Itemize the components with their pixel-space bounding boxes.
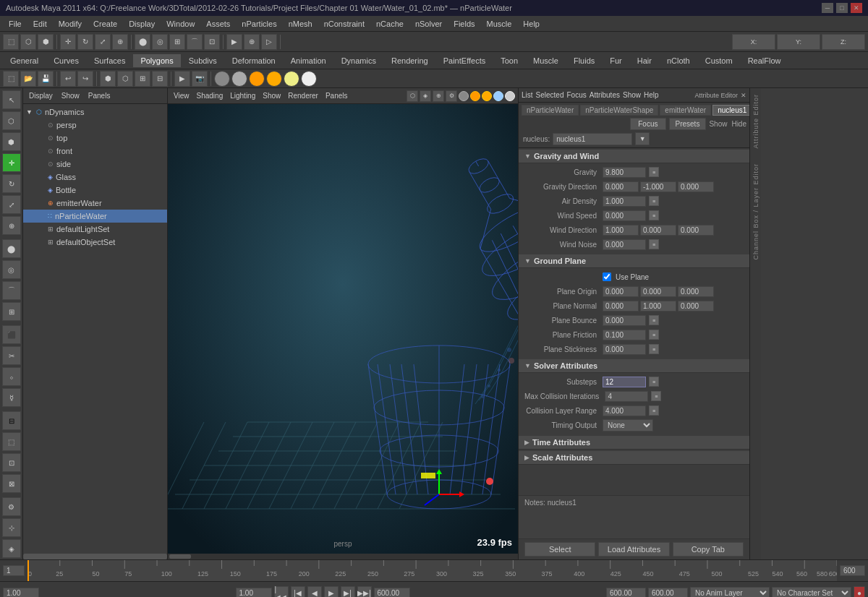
menu-display[interactable]: Display [123, 18, 161, 30]
tb-lasso[interactable]: ⬡ [20, 34, 36, 50]
attr-wind-dir-x[interactable] [603, 225, 639, 236]
tool-bend[interactable]: ⌒ [2, 281, 21, 300]
tb-ipr[interactable]: ⊕ [244, 34, 260, 50]
menu-nsolver[interactable]: nSolver [409, 18, 448, 30]
tb-soft-mod[interactable]: ⬤ [135, 34, 150, 50]
vp-lighting[interactable]: Lighting [227, 91, 258, 100]
tab-polygons[interactable]: Polygons [133, 54, 180, 67]
attr-wind-speed-slider[interactable]: ≡ [649, 210, 659, 220]
attr-tab-nparticlewater[interactable]: nParticleWater [522, 105, 579, 116]
attr-air-density-slider[interactable]: ≡ [649, 196, 659, 206]
attr-use-plane-checkbox[interactable] [603, 272, 611, 281]
tb2-open[interactable]: 📂 [20, 71, 36, 87]
tb2-snapshot[interactable]: 📷 [192, 71, 208, 87]
tb2-select-all[interactable]: ⬢ [100, 71, 116, 87]
tb-paint[interactable]: ⬢ [38, 34, 54, 50]
tab-realflow[interactable]: RealFlow [741, 54, 788, 67]
tb-snap-grid[interactable]: ⊞ [169, 34, 185, 50]
attr-gravity-input[interactable] [603, 167, 646, 178]
attr-gravity-dir-x[interactable] [603, 181, 639, 192]
tool-select-arrow[interactable]: ↖ [2, 90, 21, 109]
menu-fields[interactable]: Fields [448, 18, 480, 30]
section-gravity-wind[interactable]: ▼ Gravity and Wind [519, 150, 749, 163]
section-time-attributes[interactable]: ▶ Time Attributes [519, 436, 749, 450]
tb2-mat4[interactable] [266, 71, 282, 87]
tab-subdivs[interactable]: Subdivs [182, 54, 224, 67]
tool-misc5[interactable]: ⊹ [2, 518, 21, 537]
outliner-item-top[interactable]: ⊙ top [23, 132, 167, 145]
attr-wind-noise-input[interactable] [603, 239, 646, 250]
tab-surfaces[interactable]: Surfaces [87, 54, 132, 67]
vp-renderer[interactable]: Renderer [285, 91, 321, 100]
vp-panels[interactable]: Panels [323, 91, 351, 100]
menu-nconstraint[interactable]: nConstraint [318, 18, 370, 30]
attr-wind-dir-z[interactable] [678, 225, 714, 236]
tb2-redo[interactable]: ↪ [77, 71, 93, 87]
tb-select[interactable]: ⬚ [3, 34, 19, 50]
tool-move[interactable]: ✛ [2, 153, 21, 172]
char-set-select[interactable]: No Character Set [772, 587, 851, 597]
vp-view[interactable]: View [171, 91, 192, 100]
tool-pose[interactable]: ☿ [2, 388, 21, 407]
attr-plane-normal-z[interactable] [678, 301, 714, 312]
section-solver[interactable]: ▼ Solver Attributes [519, 359, 749, 373]
outliner-item-nparticlewater[interactable]: ∷ nParticleWater [23, 210, 167, 223]
tool-misc3[interactable]: ⊠ [2, 474, 21, 493]
maximize-button[interactable]: □ [836, 3, 848, 13]
outliner-show[interactable]: Show [59, 91, 82, 100]
tb2-light1[interactable] [284, 71, 299, 87]
attr-gravity-dir-z[interactable] [678, 181, 714, 192]
attr-show-label[interactable]: Show [709, 120, 727, 128]
play-forward-button[interactable]: ▶ [324, 586, 339, 598]
scroll-thumb-h[interactable] [169, 554, 191, 559]
minimize-button[interactable]: ─ [822, 3, 833, 13]
tool-cut[interactable]: ✂ [2, 346, 21, 365]
attr-menu-list[interactable]: List [522, 91, 533, 99]
attr-wind-noise-slider[interactable]: ≡ [649, 239, 659, 249]
tool-paint[interactable]: ⬢ [2, 132, 21, 151]
attr-menu-selected[interactable]: Selected [536, 91, 564, 99]
current-time-input3[interactable] [648, 588, 688, 597]
tool-misc1[interactable]: ⬚ [2, 432, 21, 451]
menu-modify[interactable]: Modify [53, 18, 88, 30]
outliner-item-persp[interactable]: ⊙ persp [23, 119, 167, 132]
menu-edit[interactable]: Edit [27, 18, 53, 30]
attr-plane-stickiness-input[interactable] [603, 344, 646, 355]
attr-plane-friction-slider[interactable]: ≡ [649, 330, 659, 340]
play-back-button[interactable]: ◀ [307, 586, 322, 598]
viewport-scrollbar-h[interactable] [168, 554, 518, 559]
tab-general[interactable]: General [3, 54, 46, 67]
attr-node-input[interactable] [553, 133, 632, 145]
vp-shade-default[interactable] [459, 91, 469, 101]
tool-rotate[interactable]: ↻ [2, 174, 21, 193]
outliner-item-bottle[interactable]: ◈ Bottle [23, 184, 167, 197]
tool-sculpt[interactable]: ⬦ [2, 367, 21, 386]
outliner-item-side[interactable]: ⊙ side [23, 158, 167, 171]
tb-snap-point[interactable]: ⊡ [204, 34, 220, 50]
tb2-mat2[interactable] [231, 71, 247, 87]
attr-plane-normal-y[interactable] [640, 301, 676, 312]
attr-close-btn[interactable]: ✕ [741, 92, 746, 99]
outliner-item-defaultlightset[interactable]: ⊞ defaultLightSet [23, 223, 167, 236]
attr-menu-help[interactable]: Help [644, 91, 659, 99]
tb2-ungroup[interactable]: ⊟ [152, 71, 168, 87]
tab-muscle[interactable]: Muscle [526, 54, 566, 67]
outliner-item-front[interactable]: ⊙ front [23, 145, 167, 158]
attr-tab-emitterwater[interactable]: emitterWater [660, 105, 711, 116]
tab-dynamics[interactable]: Dynamics [334, 54, 383, 67]
tool-soft2[interactable]: ◎ [2, 260, 21, 279]
tool-soft-mod[interactable]: ⬤ [2, 239, 21, 258]
attr-load-attributes-button[interactable]: Load Attributes [598, 542, 669, 557]
attr-plane-stickiness-slider[interactable]: ≡ [649, 344, 659, 354]
tb-universal[interactable]: ⊕ [112, 34, 128, 50]
current-time-input[interactable] [3, 588, 39, 597]
range-start-input[interactable] [236, 588, 272, 597]
tab-custom[interactable]: Custom [698, 54, 740, 67]
attr-select-button[interactable]: Select [524, 542, 595, 557]
attr-plane-origin-y[interactable] [640, 286, 676, 297]
tab-fur[interactable]: Fur [603, 54, 629, 67]
tb-x-input[interactable]: X: [732, 34, 775, 50]
tool-lattice[interactable]: ⊞ [2, 302, 21, 321]
auto-key-button[interactable]: ● [854, 586, 865, 598]
attr-wind-speed-input[interactable] [603, 210, 646, 221]
